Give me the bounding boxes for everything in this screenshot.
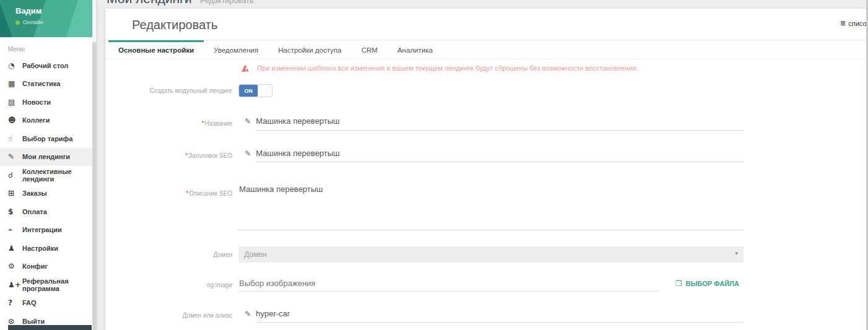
hand-pointer-icon: ☝	[8, 134, 22, 143]
sidebar-item-settings[interactable]: ♟ Настройки	[0, 239, 96, 258]
seo-description-label: *Описание SEO	[105, 190, 232, 197]
required-mark: *	[201, 120, 204, 127]
seo-description-underline	[239, 230, 743, 230]
cogs-icon: ⚙	[8, 262, 22, 271]
share-icon: ☌	[8, 171, 22, 180]
bar-chart-icon: ▦	[8, 79, 22, 88]
tab-analytics[interactable]: Аналитика	[387, 40, 442, 59]
power-icon: ⊙	[8, 317, 22, 326]
choose-file-button-label: ВЫБОР ФАЙЛА	[686, 280, 739, 287]
og-image-input[interactable]: Выбор изображения	[239, 279, 315, 288]
sidebar-item-label: FAQ	[22, 299, 37, 306]
sidebar-item-label: Статистика	[22, 80, 61, 87]
sidebar-item-label: Коллеги	[22, 116, 50, 124]
seo-title-input[interactable]: Машинка перевертыш	[256, 149, 340, 158]
user-name: Вадим	[15, 6, 42, 15]
warning-icon: ▲	[242, 63, 252, 72]
sidebar-item-label: Мои лендинги	[22, 153, 70, 160]
breadcrumb: Редактировать	[200, 0, 253, 5]
required-mark: *	[185, 152, 188, 159]
domain-alias-label: Домен или алиас	[105, 312, 232, 319]
dashboard-icon: ◔	[8, 61, 22, 70]
sidebar-item-label: Новости	[22, 98, 51, 106]
question-icon: ?	[8, 298, 22, 307]
caret-down-icon: ▾	[735, 250, 738, 256]
sidebar-item-orders[interactable]: ⊞ Заказы	[0, 185, 96, 203]
page-title: Мои лендинги	[107, 0, 191, 6]
sidebar-item-faq[interactable]: ? FAQ	[0, 294, 96, 313]
name-input-underline	[256, 130, 743, 131]
pencil-icon: ✎	[245, 310, 251, 318]
domain-select-placeholder: Домен	[244, 250, 267, 259]
dollar-icon: $	[8, 207, 22, 216]
list-button[interactable]: ≣ список	[840, 19, 868, 27]
sidebar-item-label: Оплата	[22, 208, 47, 215]
toggle-on-label: ON	[239, 85, 258, 97]
user-status-label: Онлайн	[23, 19, 43, 25]
edit-card: Редактировать ≣ список Основные настройк…	[105, 9, 868, 330]
sidebar-scrollbar-thumb[interactable]	[92, 42, 96, 330]
seo-title-input-underline	[256, 162, 743, 162]
og-image-input-underline	[239, 291, 659, 292]
seo-description-textarea[interactable]: Машинка перевертыш	[239, 185, 323, 194]
user-status: Онлайн	[15, 19, 43, 25]
cart-icon: ⊞	[8, 189, 22, 198]
menu-section-label: Меню	[0, 37, 96, 56]
list-icon: ≣	[840, 19, 846, 27]
users-icon: ☻	[8, 116, 22, 124]
tab-crm[interactable]: CRM	[351, 40, 387, 59]
list-button-label: список	[848, 20, 868, 27]
sidebar-bottom-panel	[8, 325, 92, 330]
plug-icon: ⌁	[8, 225, 22, 234]
sidebar-item-tariff[interactable]: ☝ Выбор тарифа	[0, 129, 96, 148]
sidebar-item-label: Настройки	[22, 245, 58, 252]
sidebar-item-collective-landings[interactable]: ☌ Коллективные лендинги	[0, 166, 96, 185]
sidebar-item-label: Интеграции	[22, 226, 62, 233]
tab-main-settings[interactable]: Основные настройки	[108, 40, 204, 59]
sidebar-item-statistics[interactable]: ▦ Статистика	[0, 75, 96, 93]
template-change-warning: ▲ При изменении шаблона все изменения в …	[242, 63, 638, 72]
required-mark: *	[186, 190, 188, 197]
sidebar-item-integrations[interactable]: ⌁ Интеграции	[0, 221, 96, 240]
choose-file-button[interactable]: ❐ ВЫБОР ФАЙЛА	[675, 279, 739, 288]
user-icon: ♟	[8, 244, 22, 253]
warning-text: При изменении шаблона все изменения в ва…	[257, 64, 638, 72]
modular-landing-toggle[interactable]: ON	[239, 84, 273, 97]
sidebar-scrollbar[interactable]	[92, 0, 96, 330]
sidebar-item-referral[interactable]: ♟+ Реферальная программа	[0, 276, 96, 294]
sidebar-item-label: Заказы	[22, 189, 47, 197]
edit-icon: ✎	[8, 152, 22, 161]
user-plus-icon: ♟+	[8, 280, 22, 289]
folder-icon: ❐	[675, 279, 682, 288]
sidebar-item-dashboard[interactable]: ◔ Рабочий стол	[0, 56, 96, 75]
toggle-track	[258, 85, 272, 97]
sidebar-user-header: Вадим Онлайн	[0, 0, 96, 37]
tab-access-settings[interactable]: Настройки доступа	[268, 40, 351, 59]
sidebar: Вадим Онлайн Меню ◔ Рабочий стол ▦ Стати…	[0, 0, 96, 330]
sidebar-item-config[interactable]: ⚙ Конфиг	[0, 258, 96, 276]
newspaper-icon: ▤	[8, 98, 22, 106]
modular-landing-label: Создать модульный лендинг	[105, 87, 232, 94]
sidebar-item-label: Выбор тарифа	[22, 135, 72, 142]
domain-label: Домен	[105, 251, 232, 258]
seo-title-label: *Заголовок SEO	[105, 152, 232, 159]
sidebar-item-label: Рабочий стол	[22, 62, 68, 69]
pencil-icon: ✎	[245, 149, 251, 158]
sidebar-item-label: Коллективные лендинги	[22, 168, 96, 183]
sidebar-item-label: Реферальная программа	[22, 277, 96, 292]
og-image-label: og:image	[105, 282, 232, 289]
name-input[interactable]: Машинка перевертыш	[256, 116, 340, 126]
domain-alias-input[interactable]: hyper-car	[256, 309, 290, 318]
sidebar-item-label: Выйти	[22, 318, 45, 325]
sidebar-item-colleagues[interactable]: ☻ Коллеги	[0, 111, 96, 130]
sidebar-item-label: Конфиг	[22, 263, 48, 270]
sidebar-item-news[interactable]: ▤ Новости	[0, 93, 96, 111]
tab-notifications[interactable]: Уведомления	[204, 40, 268, 59]
sidebar-item-my-landings[interactable]: ✎ Мои лендинги	[0, 148, 96, 167]
pencil-icon: ✎	[245, 117, 251, 126]
card-title: Редактировать	[132, 18, 217, 32]
sidebar-item-payment[interactable]: $ Оплата	[0, 202, 96, 221]
domain-alias-input-underline	[256, 322, 743, 323]
domain-select[interactable]: Домен ▾	[239, 246, 743, 263]
online-status-icon	[15, 20, 20, 25]
